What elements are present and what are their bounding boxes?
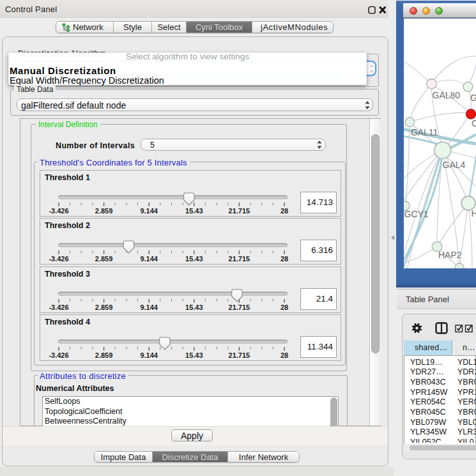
svg-text:21.715: 21.715	[229, 303, 250, 311]
svg-text:GAL80: GAL80	[433, 90, 461, 100]
svg-text:2.859: 2.859	[95, 255, 113, 263]
svg-text:HAP2: HAP2	[438, 250, 462, 260]
svg-text:GAL4: GAL4	[443, 160, 466, 170]
svg-text:-3.426: -3.426	[49, 255, 68, 263]
svg-text:9.144: 9.144	[140, 255, 158, 263]
svg-text:15.43: 15.43	[185, 303, 203, 311]
svg-text:H: H	[472, 208, 476, 219]
svg-text:15.43: 15.43	[185, 207, 203, 215]
svg-text:28: 28	[280, 255, 288, 263]
svg-text:GAL11: GAL11	[411, 127, 438, 137]
svg-text:-3.426: -3.426	[49, 303, 68, 311]
svg-text:9.144: 9.144	[140, 351, 158, 359]
svg-text:2.859: 2.859	[95, 303, 113, 311]
svg-text:C: C	[472, 118, 476, 128]
svg-text:-3.426: -3.426	[49, 207, 68, 215]
svg-text:28: 28	[280, 207, 288, 215]
svg-text:-3.426: -3.426	[49, 351, 68, 359]
svg-text:15.43: 15.43	[185, 351, 203, 359]
svg-text:9.144: 9.144	[140, 303, 158, 311]
svg-text:GA: GA	[470, 93, 476, 103]
svg-text:21.715: 21.715	[229, 255, 250, 263]
svg-text:GCY1: GCY1	[404, 209, 429, 219]
svg-text:15.43: 15.43	[185, 255, 203, 263]
svg-text:28: 28	[280, 303, 288, 311]
svg-text:28: 28	[280, 351, 288, 359]
svg-text:9.144: 9.144	[140, 207, 158, 215]
svg-text:2.859: 2.859	[95, 207, 113, 215]
svg-text:21.715: 21.715	[229, 207, 250, 215]
svg-text:21.715: 21.715	[229, 351, 250, 359]
svg-text:2.859: 2.859	[95, 351, 113, 359]
